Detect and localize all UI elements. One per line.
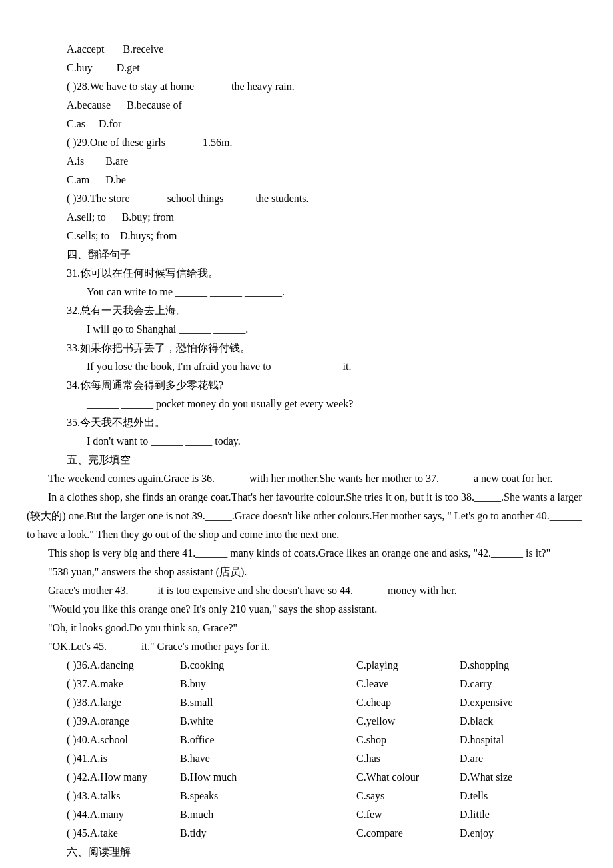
- t32-zh: 32.总有一天我会去上海。: [27, 301, 586, 320]
- cloze-row-36: ( )36.A.dancingB.cookingC.playingD.shopp…: [27, 656, 586, 675]
- cloze-optA: ( )44.A.many: [67, 805, 180, 824]
- cloze-optD: D.are: [460, 749, 586, 768]
- cloze-optD: D.carry: [460, 675, 586, 693]
- t34-en: ______ ______ pocket money do you usuall…: [27, 395, 586, 413]
- cloze-row-45: ( )45.A.takeB.tidyC.compareD.enjoy: [27, 824, 586, 843]
- q29-options-row1: A.is B.are: [27, 152, 586, 171]
- q28-options-row2: C.as D.for: [27, 115, 586, 133]
- t33-zh: 33.如果你把书弄丢了，恐怕你得付钱。: [27, 339, 586, 357]
- q30-c: C.sells; to: [67, 230, 109, 241]
- cloze-optD: D.shopping: [460, 656, 586, 675]
- q28-d: D.for: [99, 118, 121, 129]
- q27-options-row2: C.buy D.get: [27, 59, 586, 77]
- section-5-title: 五、完形填空: [27, 451, 586, 469]
- q27-d: D.get: [117, 62, 140, 73]
- cloze-optB: B.much: [180, 805, 356, 824]
- cloze-optD: D.What size: [460, 768, 586, 787]
- cloze-row-42: ( )42.A.How manyB.How muchC.What colourD…: [27, 768, 586, 787]
- section-4-title: 四、翻译句子: [27, 245, 586, 264]
- cloze-optB: B.office: [180, 731, 356, 749]
- q29-options-row2: C.am D.be: [27, 171, 586, 189]
- cloze-optC: C.cheap: [356, 693, 460, 712]
- q29-b: B.are: [105, 155, 128, 167]
- cloze-optD: D.enjoy: [460, 824, 586, 843]
- cloze-optC: C.has: [356, 749, 460, 768]
- cloze-optB: B.small: [180, 693, 356, 712]
- cloze-row-44: ( )44.A.manyB.muchC.fewD.little: [27, 805, 586, 824]
- cloze-optB: B.speaks: [180, 787, 356, 805]
- cloze-optD: D.expensive: [460, 693, 586, 712]
- cloze-optA: ( )42.A.How many: [67, 768, 180, 787]
- q30-stem: ( )30.The store ______ school things ___…: [27, 189, 586, 208]
- t34-zh: 34.你每周通常会得到多少零花钱?: [27, 376, 586, 395]
- cloze-optC: C.compare: [356, 824, 460, 843]
- cloze-row-43: ( )43.A.talksB.speaksC.saysD.tells: [27, 787, 586, 805]
- cloze-optA: ( )38.A.large: [67, 693, 180, 712]
- q29-a: A.is: [67, 155, 84, 167]
- cloze-optC: C.What colour: [356, 768, 460, 787]
- cloze-p1: The weekend comes again.Grace is 36.____…: [27, 469, 586, 488]
- cloze-optA: ( )40.A.school: [67, 731, 180, 749]
- section-6-title: 六、阅读理解: [27, 843, 586, 861]
- cloze-p2: In a clothes shop, she finds an orange c…: [27, 488, 586, 544]
- t33-en: If you lose the book, I'm afraid you hav…: [27, 357, 586, 376]
- cloze-p5: Grace's mother 43._____ it is too expens…: [27, 581, 586, 600]
- cloze-optA: ( )43.A.talks: [67, 787, 180, 805]
- cloze-optD: D.hospital: [460, 731, 586, 749]
- cloze-optA: ( )37.A.make: [67, 675, 180, 693]
- cloze-optB: B.have: [180, 749, 356, 768]
- q28-b: B.because of: [127, 99, 182, 111]
- cloze-row-37: ( )37.A.makeB.buyC.leaveD.carry: [27, 675, 586, 693]
- q27-c: C.buy: [67, 62, 93, 73]
- q29-c: C.am: [67, 174, 89, 185]
- cloze-optB: B.cooking: [180, 656, 356, 675]
- cloze-optD: D.black: [460, 712, 586, 731]
- cloze-options-block: ( )36.A.dancingB.cookingC.playingD.shopp…: [27, 656, 586, 843]
- cloze-optA: ( )36.A.dancing: [67, 656, 180, 675]
- q28-options-row1: A.because B.because of: [27, 96, 586, 115]
- q30-options-row2: C.sells; to D.buys; from: [27, 227, 586, 245]
- t35-en: I don't want to ______ _____ today.: [27, 432, 586, 451]
- cloze-p7: "Oh, it looks good.Do you think so, Grac…: [27, 619, 586, 637]
- q28-stem: ( )28.We have to stay at home ______ the…: [27, 77, 586, 96]
- cloze-optB: B.How much: [180, 768, 356, 787]
- cloze-optB: B.buy: [180, 675, 356, 693]
- cloze-optD: D.little: [460, 805, 586, 824]
- cloze-optD: D.tells: [460, 787, 586, 805]
- t31-zh: 31.你可以在任何时候写信给我。: [27, 264, 586, 283]
- t35-zh: 35.今天我不想外出。: [27, 413, 586, 432]
- q30-b: B.buy; from: [122, 211, 174, 223]
- q28-a: A.because: [67, 99, 111, 111]
- cloze-optC: C.yellow: [356, 712, 460, 731]
- cloze-optC: C.shop: [356, 731, 460, 749]
- q27-a: A.accept: [67, 43, 104, 55]
- q27-options-row1: A.accept B.receive: [27, 40, 586, 59]
- q28-c: C.as: [67, 118, 85, 129]
- cloze-p3: This shop is very big and there 41._____…: [27, 544, 586, 563]
- cloze-p4: "538 yuan," answers the shop assistant (…: [27, 563, 586, 581]
- cloze-p6: "Would you like this orange one? It's on…: [27, 600, 586, 619]
- q29-stem: ( )29.One of these girls ______ 1.56m.: [27, 133, 586, 152]
- cloze-optC: C.playing: [356, 656, 460, 675]
- t32-en: I will go to Shanghai ______ ______.: [27, 320, 586, 339]
- cloze-row-38: ( )38.A.largeB.smallC.cheapD.expensive: [27, 693, 586, 712]
- cloze-optA: ( )39.A.orange: [67, 712, 180, 731]
- cloze-optC: C.few: [356, 805, 460, 824]
- worksheet-page: A.accept B.receive C.buy D.get ( )28.We …: [27, 40, 586, 868]
- cloze-optB: B.tidy: [180, 824, 356, 843]
- cloze-optA: ( )45.A.take: [67, 824, 180, 843]
- q30-a: A.sell; to: [67, 211, 106, 223]
- cloze-optA: ( )41.A.is: [67, 749, 180, 768]
- cloze-optC: C.says: [356, 787, 460, 805]
- t31-en: You can write to me ______ ______ ______…: [27, 283, 586, 301]
- cloze-p8: "OK.Let's 45.______ it." Grace's mother …: [27, 637, 586, 656]
- q27-b: B.receive: [123, 43, 163, 55]
- cloze-row-41: ( )41.A.isB.haveC.hasD.are: [27, 749, 586, 768]
- cloze-row-39: ( )39.A.orangeB.whiteC.yellowD.black: [27, 712, 586, 731]
- cloze-optC: C.leave: [356, 675, 460, 693]
- cloze-row-40: ( )40.A.schoolB.officeC.shopD.hospital: [27, 731, 586, 749]
- q30-options-row1: A.sell; to B.buy; from: [27, 208, 586, 227]
- cloze-optB: B.white: [180, 712, 356, 731]
- q30-d: D.buys; from: [120, 230, 177, 241]
- q29-d: D.be: [105, 174, 126, 185]
